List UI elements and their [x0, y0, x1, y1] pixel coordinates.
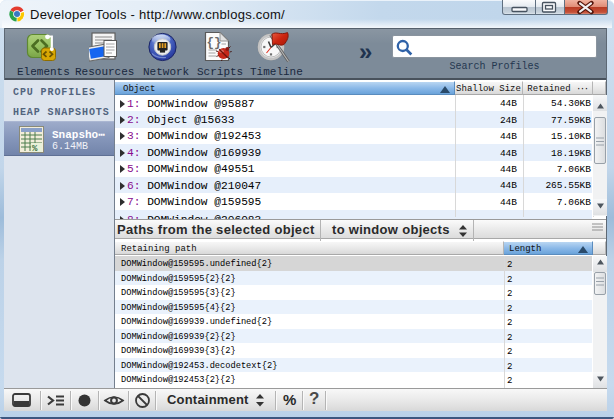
svg-text:{}: {}: [207, 36, 222, 50]
svg-text:%: %: [32, 144, 38, 153]
